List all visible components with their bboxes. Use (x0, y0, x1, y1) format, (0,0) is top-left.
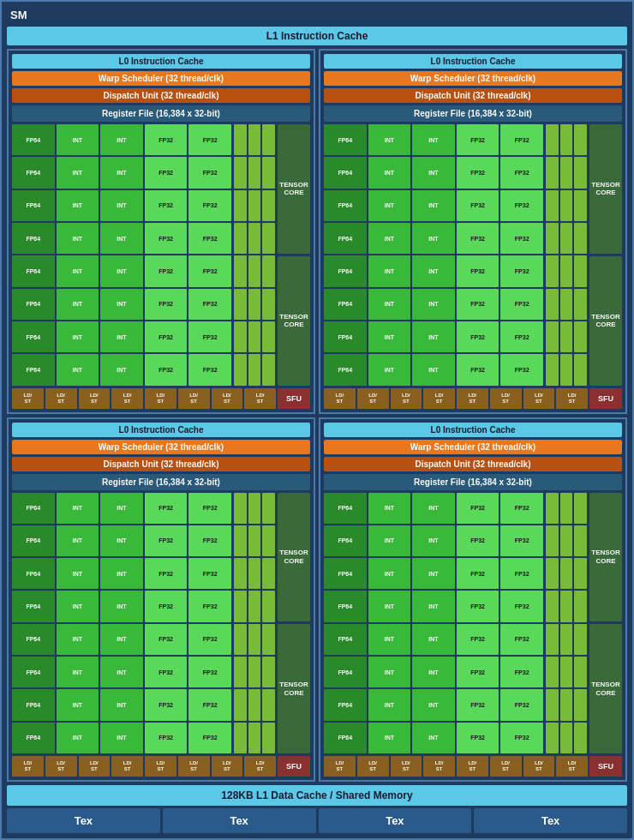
sub-unit-1: L0 Instruction Cache Warp Scheduler (32 … (7, 49, 315, 414)
tex-row: Tex Tex Tex Tex (7, 808, 627, 833)
tensor-core-6: TENSORCORE (278, 624, 310, 753)
fp32: FP32 (188, 124, 231, 155)
extra-grid-3 (234, 493, 275, 754)
ld-st: LD/ST (212, 388, 243, 409)
register-file-3: Register File (16,384 x 32-bit) (12, 474, 310, 490)
fp32: FP32 (145, 223, 188, 254)
fp64: FP64 (12, 255, 55, 286)
int: INT (57, 289, 99, 320)
l0-cache-1: L0 Instruction Cache (12, 54, 310, 69)
tensor-col-4: TENSORCORE TENSORCORE (589, 493, 622, 754)
extra-grid-2 (546, 124, 587, 386)
fp32: FP32 (188, 190, 231, 221)
fp32: FP32 (188, 289, 231, 320)
tensor-core-2: TENSORCORE (278, 256, 310, 386)
fp-int-grid-2: FP64INTINTFP32FP32 FP64INTINTFP32FP32 FP… (324, 124, 543, 386)
extra-grid-1 (234, 124, 275, 386)
extra-grid-4 (546, 493, 587, 754)
int: INT (57, 124, 99, 155)
l0-cache-2: L0 Instruction Cache (324, 54, 622, 69)
int: INT (57, 223, 99, 254)
sub-unit-2: L0 Instruction Cache Warp Scheduler (32 … (319, 49, 627, 414)
fp32: FP32 (145, 124, 188, 155)
fp-int-grid-1: FP64 INT INT FP32 FP32 FP64 INT INT FP32… (12, 124, 231, 386)
tensor-core-5: TENSORCORE (278, 493, 310, 622)
l1-data-cache: 128KB L1 Data Cache / Shared Memory (7, 785, 627, 806)
tex-3: Tex (319, 808, 472, 833)
fp32: FP32 (188, 157, 231, 188)
tensor-col-2: TENSORCORE TENSORCORE (589, 124, 622, 386)
ld-st: LD/ST (12, 388, 44, 409)
fp-int-grid-4: FP64INTINTFP32FP32 FP64INTINTFP32FP32 FP… (324, 493, 543, 754)
int: INT (100, 223, 143, 254)
fp32: FP32 (145, 190, 188, 221)
ld-st: LD/ST (79, 388, 111, 409)
l0-cache-3: L0 Instruction Cache (12, 423, 310, 437)
core-area-2: FP64INTINTFP32FP32 FP64INTINTFP32FP32 FP… (324, 124, 622, 386)
sfu-4: SFU (589, 756, 622, 777)
warp-scheduler-3: Warp Scheduler (32 thread/clk) (12, 440, 310, 454)
ld-st-row-3: LD/ST LD/ST LD/ST LD/ST LD/ST LD/ST LD/S… (12, 756, 310, 777)
sfu-2: SFU (589, 388, 622, 409)
core-area-4: FP64INTINTFP32FP32 FP64INTINTFP32FP32 FP… (324, 493, 622, 754)
sm-container: SM L1 Instruction Cache L0 Instruction C… (0, 0, 634, 840)
warp-scheduler-1: Warp Scheduler (32 thread/clk) (12, 71, 310, 86)
l1-instruction-cache: L1 Instruction Cache (7, 27, 627, 45)
fp-int-grid-3: FP64INTINTFP32FP32 FP64INTINTFP32FP32 FP… (12, 493, 231, 754)
sfu-1: SFU (278, 388, 310, 409)
core-area-1: FP64 INT INT FP32 FP32 FP64 INT INT FP32… (12, 124, 310, 386)
tensor-core-4: TENSORCORE (589, 256, 622, 386)
ld-st-row-4: LD/ST LD/ST LD/ST LD/ST LD/ST LD/ST LD/S… (324, 756, 622, 777)
fp64: FP64 (12, 321, 55, 352)
tex-4: Tex (474, 808, 627, 833)
fp32: FP32 (145, 289, 188, 320)
int: INT (100, 354, 143, 385)
tensor-col-1: TENSORCORE TENSORCORE (278, 124, 310, 386)
dispatch-unit-1: Dispatch Unit (32 thread/clk) (12, 88, 310, 103)
l0-cache-4: L0 Instruction Cache (324, 423, 622, 437)
fp32: FP32 (145, 354, 188, 385)
dispatch-unit-4: Dispatch Unit (32 thread/clk) (324, 457, 622, 471)
ld-st-row-1: LD/ST LD/ST LD/ST LD/ST LD/ST LD/ST LD/S… (12, 388, 310, 409)
int: INT (100, 321, 143, 352)
tensor-core-8: TENSORCORE (589, 624, 622, 753)
tensor-core-7: TENSORCORE (589, 493, 622, 622)
ld-st-row-2: LD/ST LD/ST LD/ST LD/ST LD/ST LD/ST LD/S… (324, 388, 622, 409)
int: INT (100, 289, 143, 320)
int: INT (100, 255, 143, 286)
fp64: FP64 (12, 289, 55, 320)
fp64: FP64 (12, 190, 55, 221)
tensor-col-3: TENSORCORE TENSORCORE (278, 493, 310, 754)
tex-2: Tex (163, 808, 316, 833)
fp32: FP32 (188, 255, 231, 286)
sfu-3: SFU (278, 756, 310, 777)
dispatch-unit-2: Dispatch Unit (32 thread/clk) (324, 88, 622, 103)
fp32: FP32 (188, 354, 231, 385)
register-file-1: Register File (16,384 x 32-bit) (12, 105, 310, 122)
register-file-2: Register File (16,384 x 32-bit) (324, 105, 622, 122)
core-area-3: FP64INTINTFP32FP32 FP64INTINTFP32FP32 FP… (12, 493, 310, 754)
ld-st: LD/ST (45, 388, 77, 409)
int: INT (57, 255, 99, 286)
sub-unit-4: L0 Instruction Cache Warp Scheduler (32 … (319, 417, 627, 783)
fp64: FP64 (12, 223, 55, 254)
fp32: FP32 (145, 321, 188, 352)
sub-unit-3: L0 Instruction Cache Warp Scheduler (32 … (7, 417, 315, 783)
ld-st: LD/ST (244, 388, 276, 409)
fp32: FP32 (188, 321, 231, 352)
bottom-bar: 128KB L1 Data Cache / Shared Memory Tex … (7, 785, 627, 833)
ld-st: LD/ST (111, 388, 143, 409)
register-file-4: Register File (16,384 x 32-bit) (324, 474, 622, 490)
int: INT (57, 321, 99, 352)
warp-scheduler-2: Warp Scheduler (32 thread/clk) (324, 71, 622, 86)
sm-title: SM (7, 7, 627, 23)
int: INT (100, 124, 143, 155)
int: INT (57, 157, 99, 188)
quad-grid: L0 Instruction Cache Warp Scheduler (32 … (7, 49, 627, 782)
int: INT (57, 190, 99, 221)
tex-1: Tex (7, 808, 160, 833)
tensor-core-1: TENSORCORE (278, 124, 310, 254)
fp32: FP32 (145, 255, 188, 286)
ld-st: LD/ST (145, 388, 176, 409)
ld-st: LD/ST (178, 388, 210, 409)
